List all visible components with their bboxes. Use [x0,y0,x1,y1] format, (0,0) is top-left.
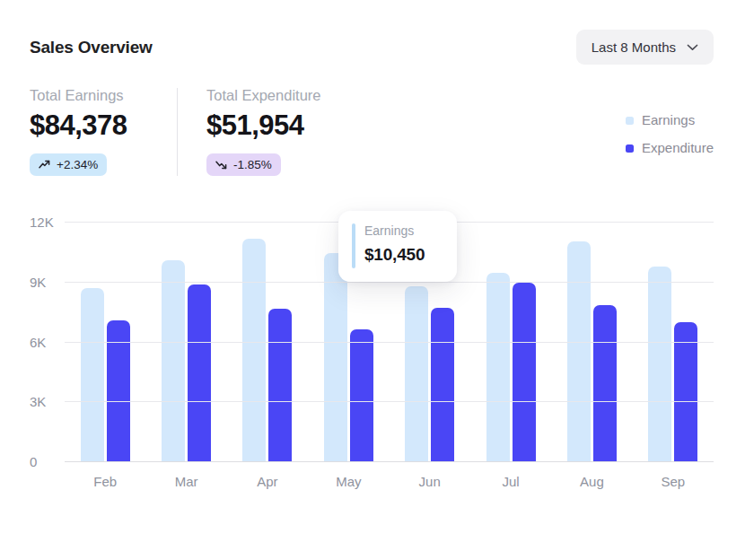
y-tick-12k: 12K [30,214,60,231]
tooltip-value: $10,450 [364,244,457,266]
y-tick-9k: 9K [30,275,60,291]
bar-earnings-sep[interactable] [648,267,671,462]
x-label-feb: Feb [65,474,145,490]
trend-up-icon [39,160,50,170]
chevron-down-icon [687,44,698,51]
bar-earnings-may[interactable] [324,253,347,462]
legend-label: Earnings [642,112,695,128]
change-value: -1.85% [233,158,272,171]
bar-earnings-aug[interactable] [567,241,591,462]
trend-down-icon [215,160,227,170]
total-earnings-stat: Total Earnings $84,378 +2.34% [30,86,146,176]
bar-group-mar [162,260,211,462]
page-title: Sales Overview [30,38,153,57]
bar-expenditure-jun[interactable] [431,308,454,462]
card-header: Sales Overview Last 8 Months [30,30,714,65]
y-tick-0: 0 [30,454,60,470]
legend-swatch-expenditure [626,144,634,153]
bar-group-sep [648,267,697,462]
total-expenditure-stat: Total Expenditure $51,954 -1.85% [206,86,323,176]
stat-label: Total Expenditure [206,86,323,104]
bar-group-feb [81,288,130,462]
vertical-divider [177,88,178,176]
tooltip-series-label: Earnings [364,223,457,239]
date-range-dropdown[interactable]: Last 8 Months [576,30,714,65]
x-label-mar: Mar [145,474,226,490]
bar-earnings-jul[interactable] [486,273,510,462]
bar-expenditure-jul[interactable] [513,283,536,462]
bar-group-aug [567,241,617,462]
x-label-apr: Apr [227,474,308,490]
chart-legend: EarningsExpenditure [626,112,714,176]
bar-group-apr [242,239,292,462]
stat-value: $84,378 [30,109,146,142]
bar-group-jun [405,286,454,462]
tooltip-accent-bar [352,223,355,268]
legend-label: Expenditure [642,140,714,156]
bar-group-may [324,253,373,462]
legend-item-earnings[interactable]: Earnings [626,112,714,128]
bar-earnings-jun[interactable] [405,286,428,462]
x-label-jun: Jun [390,474,470,490]
bar-expenditure-apr[interactable] [268,309,292,462]
stats-row: Total Earnings $84,378 +2.34% Total Expe… [30,86,714,176]
bar-expenditure-may[interactable] [350,329,373,462]
y-tick-6k: 6K [30,335,60,351]
bar-earnings-feb[interactable] [81,288,104,462]
x-axis-labels: FebMarAprMayJunJulAugSep [65,474,714,490]
gridline-3k [65,401,714,402]
gridline-0 [65,461,714,462]
x-label-aug: Aug [551,474,632,490]
x-label-jul: Jul [470,474,551,490]
bar-expenditure-aug[interactable] [593,305,617,462]
change-value: +2.34% [57,158,98,171]
legend-swatch-earnings [626,117,634,125]
x-label-may: May [308,474,389,490]
y-tick-3k: 3K [30,394,60,410]
stat-value: $51,954 [206,109,323,142]
gridline-6k [65,342,714,343]
bar-earnings-mar[interactable] [162,260,185,462]
bar-earnings-apr[interactable] [242,239,266,462]
bar-expenditure-sep[interactable] [674,322,697,462]
expenditure-change-badge: -1.85% [206,153,281,176]
earnings-change-badge: +2.34% [30,153,107,176]
sales-chart: 03K6K9K12K FebMarAprMayJunJulAugSep Earn… [30,223,714,490]
x-label-sep: Sep [633,474,714,490]
bar-group-jul [486,273,536,462]
legend-item-expenditure[interactable]: Expenditure [626,140,714,156]
date-range-label: Last 8 Months [592,39,676,55]
sales-overview-card: Sales Overview Last 8 Months Total Earni… [0,0,745,560]
stat-label: Total Earnings [30,86,146,104]
chart-tooltip: Earnings $10,450 [338,211,457,282]
bar-expenditure-mar[interactable] [188,284,211,462]
